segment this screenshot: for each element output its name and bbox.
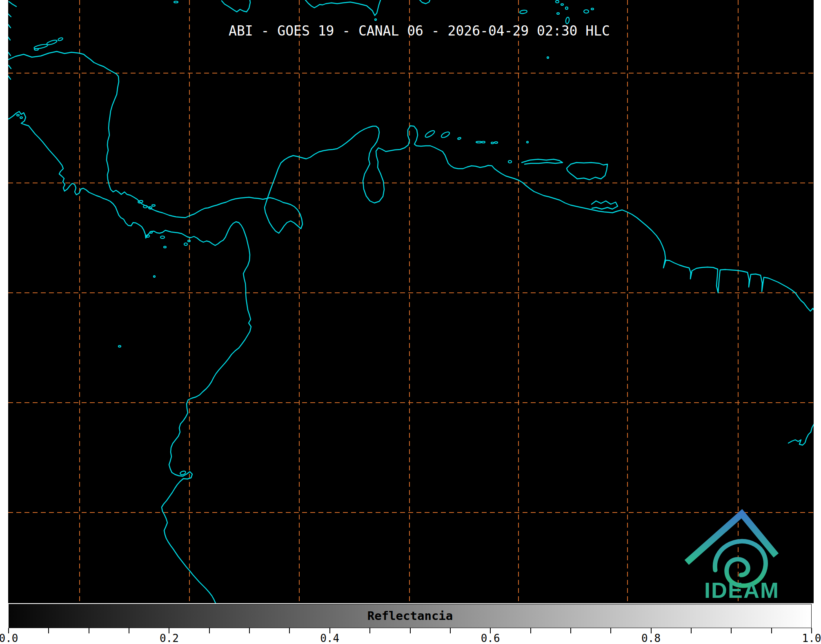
- island-outline: [458, 137, 461, 140]
- coastline-path: [522, 159, 563, 164]
- island-outline: [584, 10, 589, 13]
- island-outline: [184, 243, 187, 245]
- islands: [17, 0, 594, 475]
- island-outline: [508, 160, 512, 163]
- satellite-figure: ABI - GOES 19 - CANAL 06 - 2026-04-29 02…: [0, 0, 821, 644]
- logo-text: IDEAM: [704, 578, 779, 602]
- island-outline: [520, 10, 527, 14]
- coastline-path: [8, 76, 11, 79]
- colorbar-tick-label: 0.2: [160, 632, 179, 644]
- island-outline: [20, 117, 22, 118]
- colorbar-tick-label: 0.8: [641, 632, 661, 644]
- island-outline: [118, 345, 121, 347]
- ideam-logo: IDEAM: [670, 506, 814, 603]
- island-outline: [556, 0, 559, 3]
- coastline-path: [8, 52, 11, 56]
- island-outline: [150, 232, 152, 233]
- island-outline: [17, 114, 19, 116]
- coastline-path: [9, 65, 11, 69]
- colorbar-tick-label: 0.0: [0, 632, 18, 644]
- island-outline: [557, 13, 559, 14]
- island-outline: [160, 236, 165, 238]
- coastline-path: [788, 412, 814, 445]
- island-outline: [174, 1, 178, 3]
- island-outline: [547, 57, 549, 58]
- colorbar-label: Reflectancia: [367, 608, 453, 622]
- colorbar-tick-label: 1.0: [802, 632, 821, 644]
- coastline-path: [592, 201, 618, 209]
- island-outline: [164, 246, 166, 248]
- island-outline: [58, 37, 63, 41]
- island-outline: [591, 8, 594, 10]
- coastline-path: [567, 163, 607, 180]
- island-outline: [476, 141, 482, 143]
- colorbar-tick-label: 0.4: [320, 632, 339, 644]
- island-outline: [561, 4, 563, 5]
- island-outline: [154, 276, 155, 277]
- island-outline: [34, 49, 38, 50]
- island-outline: [494, 142, 498, 143]
- island-outline: [424, 129, 435, 138]
- coastline-path: [222, 0, 250, 12]
- island-outline: [482, 141, 485, 143]
- island-outline: [441, 131, 450, 138]
- colorbar: Reflectancia: [9, 604, 812, 628]
- island-outline: [565, 7, 568, 9]
- island-outline: [46, 39, 57, 46]
- coastline-path: [8, 25, 11, 28]
- coastline-path: [8, 111, 251, 603]
- coastline-path: [9, 2, 16, 7]
- island-outline: [491, 142, 494, 144]
- colorbar-tick-labels: 0.00.20.40.60.81.0: [9, 632, 812, 644]
- coastline-path: [8, 37, 10, 40]
- island-outline: [375, 19, 376, 20]
- island-outline: [527, 141, 528, 143]
- map-canvas: ABI - GOES 19 - CANAL 06 - 2026-04-29 02…: [8, 0, 814, 603]
- coastline-path: [420, 0, 430, 4]
- coastline-path: [305, 0, 380, 16]
- island-outline: [152, 205, 155, 206]
- map-title: ABI - GOES 19 - CANAL 06 - 2026-04-29 02…: [229, 23, 610, 39]
- coastline-path: [8, 14, 11, 17]
- ideam-logo-mark: [689, 514, 774, 586]
- colorbar-tick-label: 0.6: [481, 632, 500, 644]
